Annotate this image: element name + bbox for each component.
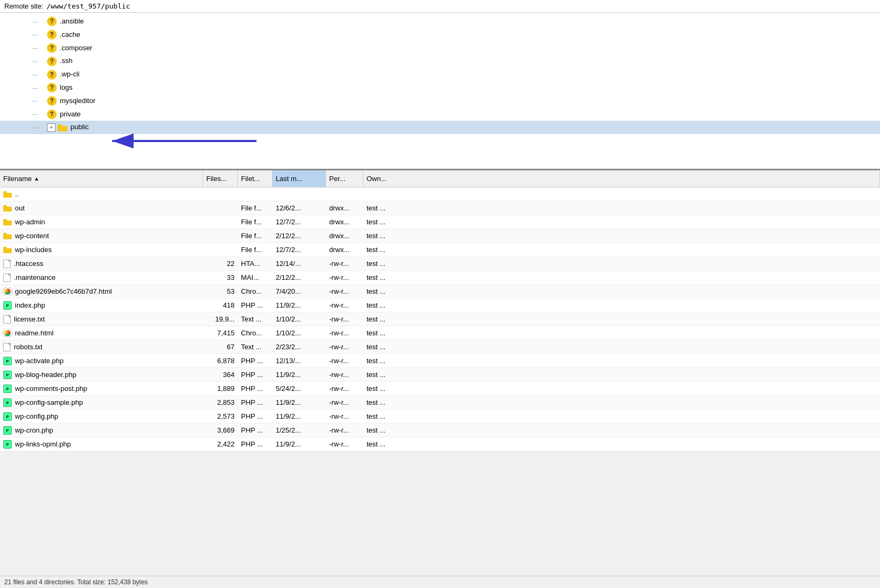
tree-item-private[interactable]: —?private xyxy=(0,108,880,121)
cell-lastmod: 12/7/2... xyxy=(272,218,326,226)
cell-lastmod: 1/10/2... xyxy=(272,329,326,337)
table-row[interactable]: google9269eb6c7c46b7d7.html53Chro...7/4/… xyxy=(0,285,880,299)
cell-filetype: PHP ... xyxy=(238,440,272,448)
cell-filetype: HTA... xyxy=(238,260,272,268)
col-header-owner[interactable]: Own... xyxy=(363,170,880,187)
table-row[interactable]: .. xyxy=(0,187,880,201)
tree-item-ansible[interactable]: —?.ansible xyxy=(0,15,880,28)
filename-text: out xyxy=(15,204,25,212)
tree-item-composer[interactable]: —?.composer xyxy=(0,42,880,55)
col-header-label: Own... xyxy=(367,175,387,183)
cell-filename: .. xyxy=(0,190,203,198)
tree-item-wp-cli[interactable]: —?.wp-cli xyxy=(0,68,880,81)
chrome-icon xyxy=(3,287,12,296)
col-header-permissions[interactable]: Per... xyxy=(326,170,363,187)
filename-text: wp-admin xyxy=(15,218,45,226)
cell-filesize: 1,889 xyxy=(203,385,238,393)
table-row[interactable]: Pwp-config.php2,573PHP ...11/9/2...-rw-r… xyxy=(0,410,880,424)
cell-owner: test ... xyxy=(363,218,880,226)
tree-item-logs[interactable]: —?logs xyxy=(0,81,880,95)
table-row[interactable]: robots.txt67Text ...2/23/2...-rw-r...tes… xyxy=(0,340,880,354)
cell-owner: test ... xyxy=(363,398,880,406)
table-row[interactable]: outFile f...12/6/2...drwx...test ... xyxy=(0,201,880,215)
question-icon: ? xyxy=(47,57,57,66)
cell-filetype: Text ... xyxy=(238,343,272,351)
cell-perm: -rw-r... xyxy=(326,440,363,448)
cell-filesize: 364 xyxy=(203,371,238,379)
sort-arrow-icon: ▲ xyxy=(34,176,39,182)
cell-lastmod: 7/4/20... xyxy=(272,287,326,295)
table-row[interactable]: Pwp-links-opml.php2,422PHP ...11/9/2...-… xyxy=(0,437,880,451)
table-row[interactable]: Pwp-config-sample.php2,853PHP ...11/9/2.… xyxy=(0,396,880,410)
table-row[interactable]: Pwp-cron.php3,669PHP ...1/25/2...-rw-r..… xyxy=(0,424,880,437)
table-row[interactable]: license.txt19,9...Text ...1/10/2...-rw-r… xyxy=(0,312,880,326)
filename-text: wp-config.php xyxy=(15,412,58,420)
cell-filetype: PHP ... xyxy=(238,398,272,406)
remote-site-bar: Remote site: /www/test_957/public xyxy=(0,0,880,13)
col-header-filename[interactable]: Filename▲ xyxy=(0,170,203,187)
cell-perm: drwx... xyxy=(326,204,363,212)
cell-owner: test ... xyxy=(363,357,880,365)
table-row[interactable]: .htaccess22HTA...12/14/...-rw-r...test .… xyxy=(0,257,880,271)
file-list: ..outFile f...12/6/2...drwx...test ...wp… xyxy=(0,187,880,451)
cell-lastmod: 11/9/2... xyxy=(272,398,326,406)
cell-owner: test ... xyxy=(363,385,880,393)
tree-item-mysqleditor[interactable]: —?mysqleditor xyxy=(0,95,880,108)
cell-perm: -rw-r... xyxy=(326,412,363,420)
cell-filename: .htaccess xyxy=(0,260,203,268)
folder-icon xyxy=(3,205,12,211)
table-row[interactable]: Pwp-blog-header.php364PHP ...11/9/2...-r… xyxy=(0,368,880,382)
tree-item-cache[interactable]: —?.cache xyxy=(0,28,880,42)
table-row[interactable]: Pwp-comments-post.php1,889PHP ...5/24/2.… xyxy=(0,382,880,396)
tree-item-ssh[interactable]: —?.ssh xyxy=(0,54,880,68)
cell-filesize: 19,9... xyxy=(203,315,238,323)
folder-icon xyxy=(3,191,12,198)
php-icon: P xyxy=(3,385,12,393)
cell-lastmod: 12/6/2... xyxy=(272,204,326,212)
table-row[interactable]: wp-contentFile f...2/12/2...drwx...test … xyxy=(0,229,880,243)
cell-filesize: 2,853 xyxy=(203,398,238,406)
cell-filename: Pwp-config-sample.php xyxy=(0,398,203,407)
folder-icon xyxy=(3,246,12,253)
cell-filetype: File f... xyxy=(238,218,272,226)
cell-lastmod: 11/9/2... xyxy=(272,412,326,420)
table-row[interactable]: Pwp-activate.php6,878PHP ...12/13/...-rw… xyxy=(0,354,880,368)
table-row[interactable]: wp-adminFile f...12/7/2...drwx...test ..… xyxy=(0,215,880,229)
php-icon: P xyxy=(3,412,12,421)
col-header-filetype[interactable]: Filet... xyxy=(238,170,272,187)
cell-filename: license.txt xyxy=(0,315,203,324)
cell-owner: test ... xyxy=(363,315,880,323)
tree-expander[interactable]: + xyxy=(47,123,56,132)
filename-text: license.txt xyxy=(14,315,45,323)
question-icon: ? xyxy=(47,17,57,26)
tree-item-public[interactable]: —+public xyxy=(0,121,880,134)
cell-perm: -rw-r... xyxy=(326,273,363,281)
col-header-label: Files... xyxy=(206,175,227,183)
cell-perm: -rw-r... xyxy=(326,371,363,379)
tree-connector: — xyxy=(32,123,45,132)
remote-site-label: Remote site: xyxy=(4,2,43,10)
php-icon: P xyxy=(3,371,12,379)
cell-owner: test ... xyxy=(363,426,880,434)
filename-text: google9269eb6c7c46b7d7.html xyxy=(15,287,112,295)
cell-filetype: File f... xyxy=(238,204,272,212)
cell-filesize: 2,422 xyxy=(203,440,238,448)
cell-filename: Pwp-comments-post.php xyxy=(0,385,203,393)
tree-item-label: .composer xyxy=(60,43,92,54)
cell-perm: -rw-r... xyxy=(326,315,363,323)
tree-item-label: .ssh xyxy=(60,56,73,67)
question-icon: ? xyxy=(47,109,57,119)
cell-filetype: PHP ... xyxy=(238,301,272,309)
file-icon xyxy=(3,273,11,282)
cell-owner: test ... xyxy=(363,260,880,268)
question-icon: ? xyxy=(47,30,57,40)
cell-perm: drwx... xyxy=(326,232,363,240)
cell-filename: Pindex.php xyxy=(0,301,203,310)
col-header-filesize[interactable]: Files... xyxy=(203,170,238,187)
col-header-lastmod[interactable]: Last m... xyxy=(272,170,326,187)
question-icon: ? xyxy=(47,83,57,92)
table-row[interactable]: wp-includesFile f...12/7/2...drwx...test… xyxy=(0,243,880,257)
table-row[interactable]: readme.html7,415Chro...1/10/2...-rw-r...… xyxy=(0,326,880,340)
table-row[interactable]: Pindex.php418PHP ...11/9/2...-rw-r...tes… xyxy=(0,299,880,312)
table-row[interactable]: .maintenance33MAI...2/12/2...-rw-r...tes… xyxy=(0,271,880,285)
